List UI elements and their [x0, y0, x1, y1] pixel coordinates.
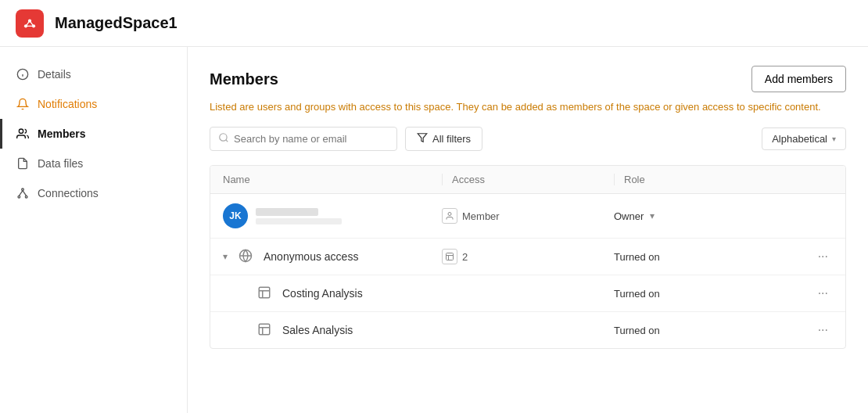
costing-name-cell: Costing Analysis — [257, 286, 476, 302]
main-content: Members Add members Listed are users and… — [188, 47, 868, 413]
svg-line-14 — [23, 191, 27, 196]
svg-line-13 — [19, 191, 23, 196]
content-icon — [442, 249, 457, 264]
anon-access-count: 2 — [462, 251, 468, 263]
chevron-down-icon[interactable]: ▾ — [650, 210, 655, 221]
col-header-name: Name — [223, 174, 442, 185]
sales-name-cell: Sales Analysis — [257, 322, 476, 339]
add-members-button[interactable]: Add members — [751, 66, 846, 92]
main-header: Members Add members — [210, 66, 846, 92]
filter-row: All filters Alphabetical ▾ — [210, 127, 846, 151]
sales-role-label: Turned on — [614, 325, 660, 336]
anon-access-cell: 2 — [442, 249, 614, 264]
sidebar-item-notifications-label: Notifications — [38, 98, 97, 110]
sidebar: Details Notifications Members — [0, 47, 188, 413]
globe-icon — [239, 249, 253, 265]
sidebar-item-details[interactable]: Details — [0, 59, 187, 89]
search-icon — [218, 132, 229, 145]
col-access-label: Access — [452, 174, 485, 185]
svg-line-3 — [26, 20, 30, 26]
content-icon-2 — [257, 286, 271, 302]
anonymous-access-label: Anonymous access — [264, 250, 358, 263]
sort-label: Alphabetical — [772, 133, 827, 145]
sales-analysis-label: Sales Analysis — [282, 324, 353, 336]
filter-icon — [417, 132, 428, 145]
svg-rect-21 — [447, 253, 454, 260]
svg-point-11 — [18, 196, 20, 198]
svg-point-15 — [220, 134, 227, 141]
svg-point-18 — [448, 213, 451, 216]
table-row: Costing Analysis Turned on ··· — [210, 275, 845, 312]
member-icon — [442, 208, 457, 224]
anon-more-button[interactable]: ··· — [813, 248, 833, 265]
user-access-cell: Member — [442, 208, 614, 224]
col-header-role: Role — [614, 174, 786, 185]
name-text — [256, 208, 342, 224]
col-role-label: Role — [624, 174, 645, 185]
sales-more-button[interactable]: ··· — [813, 321, 833, 339]
col-header-access: Access — [442, 174, 614, 185]
sidebar-item-data-files-label: Data files — [38, 157, 83, 170]
costing-actions-cell[interactable]: ··· — [786, 285, 833, 302]
content-icon-3 — [257, 322, 271, 339]
user-role-label: Owner — [614, 210, 644, 222]
members-description: Listed are users and groups with access … — [210, 100, 846, 114]
svg-point-12 — [25, 196, 27, 198]
table-row: JK Member Owner — [210, 194, 845, 239]
svg-marker-17 — [418, 134, 427, 142]
app-logo-icon — [22, 16, 38, 31]
sales-role-cell: Turned on — [614, 325, 786, 336]
anon-actions-cell[interactable]: ··· — [786, 248, 833, 265]
people-icon — [16, 127, 30, 141]
sales-actions-cell[interactable]: ··· — [786, 321, 833, 339]
avatar: JK — [223, 203, 248, 228]
table-header: Name Access Role — [210, 166, 845, 194]
user-role-cell: Owner ▾ — [614, 210, 786, 222]
chevron-down-icon: ▾ — [832, 135, 836, 143]
app-title: ManagedSpace1 — [55, 14, 178, 32]
chevron-down-icon[interactable]: ▾ — [223, 251, 228, 262]
svg-rect-24 — [259, 287, 270, 298]
svg-line-16 — [226, 140, 228, 142]
anon-role-label: Turned on — [614, 251, 660, 263]
anon-role-cell: Turned on — [614, 251, 786, 263]
table-row: ▾ Anonymous access — [210, 239, 845, 275]
svg-point-10 — [22, 189, 24, 191]
svg-rect-27 — [259, 324, 270, 335]
sidebar-item-notifications[interactable]: Notifications — [0, 89, 187, 119]
search-box[interactable] — [210, 127, 397, 151]
sidebar-item-data-files[interactable]: Data files — [0, 149, 187, 178]
sort-dropdown[interactable]: Alphabetical ▾ — [762, 127, 846, 150]
costing-role-label: Turned on — [614, 288, 660, 300]
costing-analysis-label: Costing Analysis — [282, 287, 363, 300]
sidebar-item-connections-label: Connections — [38, 187, 99, 199]
svg-line-4 — [30, 20, 34, 26]
user-access-label: Member — [462, 210, 500, 222]
name-blur — [256, 208, 318, 216]
sidebar-item-connections[interactable]: Connections — [0, 178, 187, 208]
info-icon — [16, 67, 30, 81]
table-row: Sales Analysis Turned on ··· — [210, 312, 845, 348]
all-filters-button[interactable]: All filters — [405, 127, 482, 151]
filter-label: All filters — [432, 133, 471, 145]
app-header: ManagedSpace1 — [0, 0, 868, 47]
user-name-cell: JK — [223, 203, 442, 228]
sidebar-item-members-label: Members — [38, 127, 85, 140]
costing-role-cell: Turned on — [614, 288, 786, 300]
search-input[interactable] — [234, 133, 389, 145]
svg-point-9 — [19, 129, 23, 133]
connections-icon — [16, 186, 30, 200]
col-name-label: Name — [223, 174, 250, 185]
sidebar-item-details-label: Details — [38, 68, 71, 81]
bell-icon — [16, 97, 30, 111]
file-icon — [16, 156, 30, 171]
main-layout: Details Notifications Members — [0, 47, 868, 413]
sidebar-item-members[interactable]: Members — [0, 119, 187, 149]
anon-name-cell: ▾ Anonymous access — [223, 249, 442, 265]
app-logo — [16, 9, 44, 38]
email-blur — [256, 218, 342, 224]
page-title: Members — [210, 70, 278, 88]
costing-more-button[interactable]: ··· — [813, 285, 833, 302]
members-table: Name Access Role JK — [210, 165, 846, 349]
